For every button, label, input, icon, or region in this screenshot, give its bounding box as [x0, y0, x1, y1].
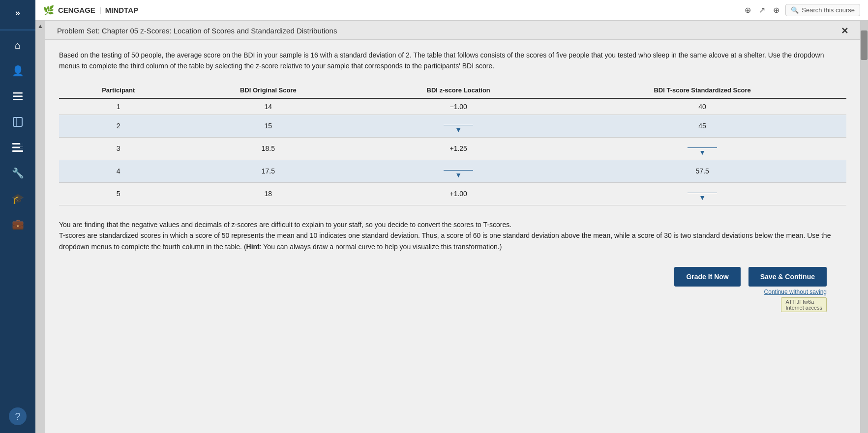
topbar-right: ⊕ ↗ ⊕ 🔍 Search this course	[745, 4, 860, 16]
topbar-icon-1[interactable]: ⊕	[745, 5, 751, 15]
cell-tscore-2: 45	[558, 115, 846, 137]
col-header-participant: Participant	[59, 84, 178, 98]
right-scrollbar[interactable]	[860, 21, 868, 433]
data-table: Participant BDI Original Score BDI z-sco…	[59, 84, 846, 205]
main-content: Problem Set: Chapter 05 z-Scores: Locati…	[45, 21, 860, 433]
topbar-icons: ⊕ ↗ ⊕	[745, 5, 779, 15]
svg-rect-3	[13, 117, 22, 126]
secondary-description: You are finding that the negative values…	[59, 219, 846, 252]
secondary-desc-1: You are finding that the negative values…	[59, 221, 511, 229]
search-box[interactable]: 🔍 Search this course	[785, 4, 860, 16]
cell-original-2: 15	[178, 115, 359, 137]
sidebar-item-help[interactable]: ?	[9, 407, 27, 425]
cell-original-1: 14	[178, 98, 359, 115]
sidebar-item-menu[interactable]	[4, 85, 31, 108]
zscore-dropdown-4[interactable]: ▼	[444, 170, 473, 178]
topbar: 🌿 CENGAGE | MINDTAP ⊕ ↗ ⊕ 🔍 Search this …	[35, 0, 868, 21]
cell-original-3: 18.5	[178, 137, 359, 160]
problem-content: Based on the testing of 50 people, the a…	[45, 40, 860, 326]
problem-description: Based on the testing of 50 people, the a…	[59, 50, 846, 72]
scroll-col-left: ▲	[35, 21, 45, 433]
sidebar-item-assignments[interactable]	[4, 136, 31, 159]
table-row: 1 14 −1.00 40	[59, 98, 846, 115]
topbar-icon-2[interactable]: ↗	[759, 5, 765, 15]
search-icon: 🔍	[791, 6, 799, 14]
sidebar-item-profile[interactable]: 👤	[4, 59, 31, 83]
sidebar-logo: »	[7, 4, 29, 22]
brand-name2: MINDTAP	[105, 6, 138, 14]
svg-rect-8	[20, 143, 23, 144]
cell-original-4: 17.5	[178, 160, 359, 182]
cell-zscore-2[interactable]: ▼	[359, 115, 558, 137]
content-wrapper: ▲ Problem Set: Chapter 05 z-Scores: Loca…	[35, 21, 868, 433]
dropdown-arrow-icon: ▼	[455, 126, 462, 133]
brand-name1: CENGAGE	[58, 6, 95, 14]
hint-text: : You can always draw a normal curve to …	[260, 243, 502, 251]
close-button[interactable]: ✕	[841, 27, 848, 35]
hint-label: Hint	[246, 243, 260, 251]
sidebar-item-briefcase[interactable]: 💼	[4, 212, 31, 236]
svg-rect-7	[12, 150, 23, 152]
table-row: 3 18.5 +1.25 ▼	[59, 137, 846, 160]
svg-rect-2	[13, 99, 23, 100]
main-area: 🌿 CENGAGE | MINDTAP ⊕ ↗ ⊕ 🔍 Search this …	[35, 0, 868, 433]
dropdown-arrow-icon: ▼	[699, 149, 706, 156]
topbar-icon-3[interactable]: ⊕	[773, 5, 779, 15]
zscore-dropdown-2[interactable]: ▼	[444, 125, 473, 133]
cell-tscore-5[interactable]: ▼	[558, 182, 846, 205]
dropdown-line	[688, 193, 717, 193]
cell-original-5: 18	[178, 182, 359, 205]
save-continue-group: Save & Continue Continue without saving …	[748, 267, 827, 312]
sidebar-divider	[0, 29, 35, 30]
table-row: 5 18 +1.00 ▼	[59, 182, 846, 205]
scrollbar-thumb[interactable]	[861, 30, 868, 60]
access-badge: ATTlJFIw6a Internet access	[781, 297, 827, 312]
grade-it-now-button[interactable]: Grade It Now	[674, 267, 740, 287]
table-row: 2 15 ▼ 45	[59, 115, 846, 137]
svg-rect-1	[13, 96, 23, 97]
table-row: 4 17.5 ▼ 57.5	[59, 160, 846, 182]
cell-participant-3: 3	[59, 137, 178, 160]
col-header-tscore: BDI T-score Standardized Score	[558, 84, 846, 98]
dropdown-line	[688, 147, 717, 148]
continue-without-saving-link[interactable]: Continue without saving	[764, 289, 827, 295]
dropdown-arrow-icon: ▼	[455, 172, 462, 178]
cell-zscore-4[interactable]: ▼	[359, 160, 558, 182]
dropdown-arrow-icon: ▼	[699, 194, 706, 201]
tscore-dropdown-3[interactable]: ▼	[688, 147, 717, 156]
sidebar-item-home[interactable]: ⌂	[4, 33, 31, 57]
svg-rect-0	[13, 92, 23, 94]
sidebar: » ⌂ 👤 🔧 🎓 💼 ?	[0, 0, 35, 433]
cell-participant-4: 4	[59, 160, 178, 182]
problem-title: Problem Set: Chapter 05 z-Scores: Locati…	[57, 27, 337, 35]
dropdown-line	[444, 170, 473, 171]
cell-zscore-5: +1.00	[359, 182, 558, 205]
brand-logo-icon: 🌿	[43, 5, 54, 16]
cell-zscore-1: −1.00	[359, 98, 558, 115]
button-area: Grade It Now Save & Continue Continue wi…	[59, 267, 846, 312]
tscore-dropdown-5[interactable]: ▼	[688, 193, 717, 201]
problem-title-bar: Problem Set: Chapter 05 z-Scores: Locati…	[45, 21, 860, 40]
col-header-zscore: BDI z-score Location	[359, 84, 558, 98]
dropdown-line	[444, 125, 473, 125]
topbar-brand: 🌿 CENGAGE | MINDTAP	[43, 5, 138, 16]
save-continue-button[interactable]: Save & Continue	[748, 267, 827, 287]
brand-divider: |	[99, 6, 101, 14]
cell-zscore-3: +1.25	[359, 137, 558, 160]
sidebar-item-courses[interactable]: 🎓	[4, 187, 31, 210]
cell-participant-1: 1	[59, 98, 178, 115]
svg-rect-9	[20, 147, 23, 148]
search-placeholder: Search this course	[802, 6, 855, 14]
cell-tscore-3[interactable]: ▼	[558, 137, 846, 160]
cell-participant-5: 5	[59, 182, 178, 205]
scroll-up-arrow[interactable]: ▲	[37, 23, 43, 29]
cell-tscore-1: 40	[558, 98, 846, 115]
sidebar-item-tools[interactable]: 🔧	[4, 161, 31, 185]
sidebar-item-book[interactable]	[4, 110, 31, 134]
col-header-original: BDI Original Score	[178, 84, 359, 98]
cell-participant-2: 2	[59, 115, 178, 137]
cell-tscore-4: 57.5	[558, 160, 846, 182]
